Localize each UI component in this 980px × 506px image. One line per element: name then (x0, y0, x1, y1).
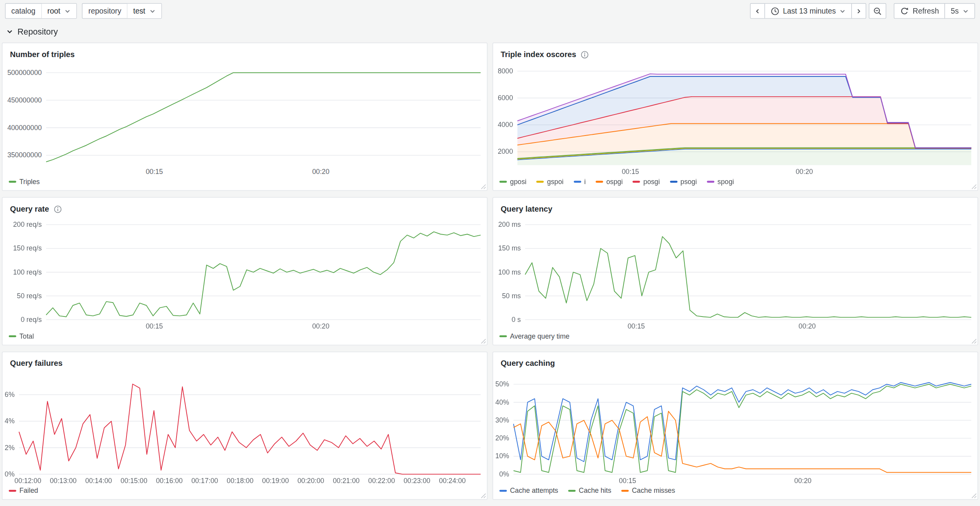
legend-swatch (9, 335, 16, 337)
svg-text:30%: 30% (495, 416, 509, 424)
variable-label: repository (83, 4, 127, 18)
legend-item-failed[interactable]: Failed (9, 487, 38, 494)
refresh-interval-dropdown[interactable]: 5s (945, 3, 975, 19)
legend-swatch (499, 490, 507, 492)
time-forward-button[interactable] (852, 3, 867, 19)
legend-swatch (633, 181, 640, 183)
time-range-picker[interactable]: Last 13 minutes (764, 3, 852, 19)
svg-text:00:15: 00:15 (628, 322, 645, 330)
svg-text:00:20: 00:20 (312, 322, 329, 330)
variable-value-dropdown[interactable]: root (42, 4, 76, 18)
legend-label: posgi (643, 178, 660, 185)
svg-text:6%: 6% (5, 391, 15, 398)
chart-area: 0 req/s50 req/s100 req/s150 req/s200 req… (2, 215, 487, 331)
svg-text:4%: 4% (5, 417, 15, 425)
refresh-label: Refresh (913, 7, 939, 16)
svg-text:00:20: 00:20 (794, 477, 811, 485)
svg-text:00:13:00: 00:13:00 (50, 477, 76, 485)
legend-label: gposi (510, 178, 526, 185)
variables-bar: catalog root repository test (5, 3, 162, 19)
svg-text:00:24:00: 00:24:00 (439, 477, 466, 485)
info-icon[interactable] (54, 205, 62, 213)
legend-item-cache-hits[interactable]: Cache hits (568, 487, 611, 494)
svg-text:00:15: 00:15 (619, 477, 636, 485)
panel-title: Query caching (500, 359, 555, 368)
svg-text:350000000: 350000000 (7, 151, 42, 159)
legend-label: Cache hits (579, 487, 611, 494)
chevron-down-icon (963, 8, 969, 14)
panels-grid: Number of triples35000000040000000045000… (0, 43, 980, 500)
legend-item-spogi[interactable]: spogi (707, 178, 734, 185)
legend-item-ospgi[interactable]: ospgi (596, 178, 623, 185)
svg-text:00:16:00: 00:16:00 (156, 477, 183, 485)
legend-item-i[interactable]: i (573, 178, 585, 185)
svg-text:6000: 6000 (498, 94, 513, 102)
svg-text:2%: 2% (5, 444, 15, 452)
legend: Total (2, 331, 487, 344)
svg-text:00:21:00: 00:21:00 (333, 477, 360, 485)
legend-swatch (670, 181, 677, 183)
chevron-left-icon (754, 8, 760, 14)
resize-handle[interactable] (971, 184, 977, 190)
legend-swatch (568, 490, 575, 492)
legend-item-gposi[interactable]: gposi (499, 178, 526, 185)
resize-handle[interactable] (971, 493, 977, 498)
panel-query-rate: Query rate0 req/s50 req/s100 req/s150 re… (2, 197, 488, 345)
resize-handle[interactable] (481, 339, 486, 344)
refresh-button[interactable]: Refresh (894, 3, 945, 19)
variable-value-dropdown[interactable]: test (128, 4, 162, 18)
legend-label: Total (19, 332, 34, 339)
svg-text:500000000: 500000000 (7, 69, 42, 77)
svg-text:0 s: 0 s (512, 316, 521, 323)
chart-area: 200040006000800000:1500:20 (493, 61, 978, 176)
resize-handle[interactable] (971, 339, 977, 344)
svg-text:00:15: 00:15 (146, 168, 163, 176)
legend-label: Cache misses (632, 487, 675, 494)
info-icon[interactable] (580, 50, 589, 59)
legend-item-average-query-time[interactable]: Average query time (499, 332, 570, 339)
zoom-out-button[interactable] (869, 3, 887, 19)
legend-item-gspoi[interactable]: gspoi (537, 178, 564, 185)
legend-swatch (499, 335, 507, 337)
legend-label: i (584, 178, 586, 185)
variable-value: test (133, 7, 145, 16)
svg-text:00:22:00: 00:22:00 (368, 477, 395, 485)
panel-header: Query rate (2, 198, 487, 215)
resize-handle[interactable] (481, 184, 486, 190)
legend-item-total[interactable]: Total (9, 332, 34, 339)
legend-label: Average query time (510, 332, 570, 339)
legend-item-cache-misses[interactable]: Cache misses (621, 487, 675, 494)
panel-header: Query failures (2, 352, 487, 370)
legend-label: spogi (717, 178, 734, 185)
panel-title: Number of triples (10, 50, 75, 59)
svg-text:00:20:00: 00:20:00 (298, 477, 324, 485)
time-back-button[interactable] (750, 3, 765, 19)
svg-text:2000: 2000 (498, 148, 513, 155)
legend-swatch (573, 181, 581, 183)
section-header-repository[interactable]: Repository (0, 21, 980, 43)
legend-item-triples[interactable]: Triples (9, 178, 40, 185)
svg-text:4000: 4000 (498, 121, 513, 129)
svg-text:00:15: 00:15 (622, 168, 639, 176)
panel-triple-index-oscores: Triple index oscores200040006000800000:1… (492, 43, 978, 191)
clock-icon (770, 7, 779, 16)
legend-swatch (596, 181, 603, 183)
legend-label: Failed (19, 487, 38, 494)
svg-text:0 req/s: 0 req/s (21, 316, 42, 323)
legend-item-cache-attempts[interactable]: Cache attempts (499, 487, 558, 494)
panel-header: Query latency (493, 198, 978, 215)
resize-handle[interactable] (481, 493, 486, 498)
legend-item-psogi[interactable]: psogi (670, 178, 697, 185)
panel-query-failures: Query failures0%2%4%6%00:12:0000:13:0000… (2, 351, 488, 500)
time-controls: Last 13 minutes Refresh 5s (750, 3, 975, 19)
legend-swatch (499, 181, 507, 183)
chart-area: 0%2%4%6%00:12:0000:13:0000:14:0000:15:00… (2, 370, 487, 485)
svg-text:00:19:00: 00:19:00 (262, 477, 289, 485)
svg-text:00:20: 00:20 (796, 168, 813, 176)
legend-swatch (537, 181, 544, 183)
legend: Triples (2, 176, 487, 190)
panel-title: Query latency (500, 205, 552, 214)
panel-header: Triple index oscores (493, 43, 978, 61)
legend-item-posgi[interactable]: posgi (633, 178, 660, 185)
svg-text:150 req/s: 150 req/s (13, 244, 42, 252)
